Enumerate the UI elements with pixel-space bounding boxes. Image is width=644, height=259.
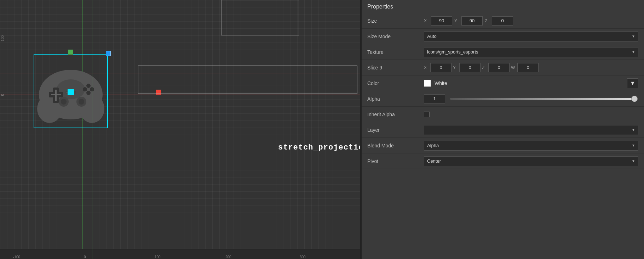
alpha-thumb[interactable] (631, 96, 638, 102)
size-mode-dropdown-arrow: ▼ (632, 34, 635, 38)
left-ruler-tick-0: 0 (1, 94, 5, 96)
pivot-value: Center ▼ (424, 156, 638, 166)
prop-row-size-mode: Size Mode Auto ▼ (362, 29, 644, 44)
svg-point-9 (83, 87, 87, 91)
pivot-center-handle[interactable] (68, 89, 74, 95)
blend-mode-label: Blend Mode (367, 143, 424, 148)
svg-point-10 (90, 87, 94, 91)
pivot-label: Pivot (367, 158, 424, 164)
prop-row-blend-mode: Blend Mode Alpha ▼ (362, 138, 644, 153)
svg-rect-7 (51, 94, 61, 95)
alpha-value (424, 94, 638, 103)
stretch-projection-label: stretch_projection (278, 143, 361, 152)
scale-handle-corner[interactable] (106, 51, 111, 56)
panel-title: Properties (362, 0, 644, 13)
size-value-group: X Y Z (424, 16, 638, 26)
prop-row-texture: Texture icons/gm_sports_esports ▼ (362, 44, 644, 60)
ruler-tick-0: -100 (12, 255, 20, 259)
texture-label: Texture (367, 49, 424, 55)
texture-dropdown-text: icons/gm_sports_esports (427, 49, 478, 55)
size-label: Size (367, 18, 424, 24)
ruler-tick-4: 300 (299, 255, 306, 259)
size-mode-dropdown-text: Auto (427, 34, 437, 39)
bottom-ruler: -100 0 100 200 300 (0, 249, 361, 259)
alpha-input[interactable] (424, 94, 445, 103)
color-dropdown-button[interactable]: ▼ (627, 78, 638, 88)
slice9-w-label: W (511, 65, 516, 70)
size-mode-value: Auto ▼ (424, 32, 638, 41)
blend-mode-dropdown[interactable]: Alpha ▼ (424, 141, 638, 151)
blend-mode-value: Alpha ▼ (424, 141, 638, 151)
layer-value: ▼ (424, 125, 638, 135)
rotation-handle[interactable] (68, 50, 73, 55)
slice9-inputs: X Y Z W (424, 63, 638, 72)
alpha-slider[interactable] (450, 98, 636, 100)
prop-row-pivot: Pivot Center ▼ (362, 153, 644, 169)
layer-label: Layer (367, 127, 424, 133)
prop-row-size: Size X Y Z (362, 13, 644, 29)
slice9-y-input[interactable] (459, 63, 481, 72)
alpha-label: Alpha (367, 96, 424, 102)
size-mode-label: Size Mode (367, 34, 424, 39)
color-dropdown-arrow: ▼ (630, 80, 636, 86)
texture-dropdown[interactable]: icons/gm_sports_esports ▼ (424, 47, 638, 57)
size-z-label: Z (485, 18, 490, 23)
size-y-label: Y (454, 18, 459, 23)
properties-panel: Properties Size X Y Z Size Mode Auto ▼ T… (361, 0, 644, 259)
slice9-z-label: Z (482, 65, 487, 70)
color-value: White ▼ (424, 78, 638, 88)
slice9-x-input[interactable] (430, 63, 452, 72)
slice9-label: Slice 9 (367, 65, 424, 71)
size-x-input[interactable] (431, 16, 452, 26)
texture-dropdown-arrow: ▼ (632, 50, 635, 54)
pivot-dropdown-arrow: ▼ (632, 159, 635, 163)
layer-dropdown[interactable]: ▼ (424, 125, 638, 135)
left-ruler-tick-neg100: -100 (1, 35, 5, 43)
inherit-alpha-label: Inherit Alpha (367, 112, 424, 117)
stretch-projection-box: stretch_projection (138, 66, 357, 94)
prop-row-color: Color White ▼ (362, 75, 644, 91)
svg-point-8 (86, 91, 91, 95)
pivot-dropdown-text: Center (427, 158, 441, 164)
ruler-tick-3: 200 (225, 255, 231, 259)
texture-value: icons/gm_sports_esports ▼ (424, 47, 638, 57)
layer-dropdown-arrow: ▼ (632, 128, 635, 132)
inherit-alpha-value (424, 112, 638, 117)
svg-point-13 (61, 99, 67, 105)
canvas-viewport[interactable]: stretch_projection -100 0 100 200 300 -1… (0, 0, 361, 259)
gamepad-container[interactable] (34, 54, 108, 130)
size-x-label: X (424, 18, 429, 23)
panel-separator (360, 0, 361, 259)
prop-row-inherit-alpha: Inherit Alpha (362, 107, 644, 122)
top-rect-decoration (221, 0, 299, 35)
pivot-dropdown[interactable]: Center ▼ (424, 156, 638, 166)
slice9-y-label: Y (453, 65, 458, 70)
slice9-z-input[interactable] (488, 63, 510, 72)
prop-row-slice9: Slice 9 X Y Z W (362, 60, 644, 75)
inherit-alpha-checkbox[interactable] (424, 112, 430, 117)
color-name-text: White (435, 80, 625, 86)
color-swatch[interactable] (424, 80, 431, 87)
prop-row-alpha: Alpha (362, 91, 644, 107)
svg-point-11 (86, 84, 91, 88)
ruler-tick-1: 0 (83, 255, 86, 259)
ruler-tick-2: 100 (154, 255, 161, 259)
size-z-input[interactable] (492, 16, 513, 26)
slice9-x-label: X (424, 65, 429, 70)
prop-row-layer: Layer ▼ (362, 122, 644, 138)
size-mode-dropdown[interactable]: Auto ▼ (424, 32, 638, 41)
blend-mode-dropdown-arrow: ▼ (632, 143, 635, 147)
color-label: Color (367, 80, 424, 86)
slice9-w-input[interactable] (517, 63, 539, 72)
svg-point-15 (79, 99, 84, 105)
blend-mode-dropdown-text: Alpha (427, 143, 439, 148)
size-y-input[interactable] (461, 16, 483, 26)
